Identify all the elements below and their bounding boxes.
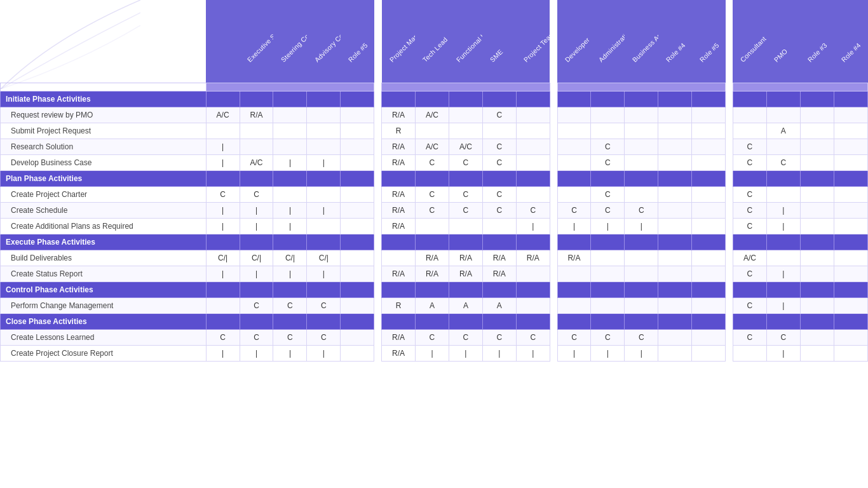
separator-cell bbox=[374, 139, 382, 154]
data-cell: | bbox=[591, 218, 625, 234]
data-cell bbox=[449, 123, 482, 139]
separator-cell bbox=[374, 186, 382, 202]
group-header-row bbox=[1, 83, 868, 91]
data-cell: R/A bbox=[449, 266, 482, 281]
data-cell bbox=[382, 250, 416, 266]
data-cell: | bbox=[307, 345, 341, 361]
table-row: Develop Business Case|A/C||R/ACCCCCC bbox=[1, 154, 868, 170]
data-cell bbox=[341, 297, 374, 313]
data-cell: | bbox=[449, 345, 482, 361]
data-cell: C bbox=[766, 329, 800, 345]
data-cell: A/C bbox=[415, 139, 449, 154]
data-cell bbox=[516, 139, 550, 154]
group-team2 bbox=[557, 83, 726, 91]
data-cell: | bbox=[307, 154, 341, 170]
data-cell bbox=[449, 107, 482, 123]
data-cell: C bbox=[733, 297, 766, 313]
phase-data-cell bbox=[834, 234, 867, 250]
phase-data-cell bbox=[382, 281, 416, 297]
data-cell bbox=[800, 266, 834, 281]
separator-cell bbox=[726, 107, 733, 123]
phase-data-cell bbox=[449, 91, 482, 107]
data-cell bbox=[800, 329, 834, 345]
data-cell: C bbox=[449, 329, 482, 345]
phase-data-cell bbox=[766, 91, 800, 107]
data-cell: R/A bbox=[382, 154, 416, 170]
data-cell: | bbox=[240, 266, 273, 281]
table-row: Create Status Report||||R/AR/AR/AR/AC| bbox=[1, 266, 868, 281]
table-row: Create Additional Plans as Required|||R/… bbox=[1, 218, 868, 234]
data-cell: C bbox=[733, 218, 766, 234]
col-executive-sponsor: Executive Sponsor bbox=[240, 0, 273, 83]
col-business-analyst: Business Analyst bbox=[625, 0, 658, 83]
data-cell: | bbox=[307, 266, 341, 281]
data-cell bbox=[834, 218, 867, 234]
data-cell: | bbox=[766, 218, 800, 234]
phase-label: Close Phase Activities bbox=[1, 313, 207, 329]
data-cell: | bbox=[273, 202, 307, 218]
separator-cell bbox=[726, 250, 733, 266]
data-cell: R/A bbox=[382, 345, 416, 361]
data-cell: C bbox=[516, 329, 550, 345]
data-cell bbox=[800, 186, 834, 202]
phase-data-cell bbox=[800, 234, 834, 250]
data-cell: | bbox=[557, 218, 591, 234]
data-cell bbox=[658, 123, 692, 139]
phase-data-cell bbox=[415, 313, 449, 329]
activity-cell: Create Additional Plans as Required bbox=[1, 218, 207, 234]
separator-cell bbox=[726, 186, 733, 202]
data-cell: C bbox=[240, 186, 273, 202]
data-cell bbox=[557, 107, 591, 123]
data-cell: A bbox=[449, 297, 482, 313]
data-cell bbox=[341, 123, 374, 139]
phase-data-cell bbox=[482, 234, 516, 250]
data-cell bbox=[591, 123, 625, 139]
data-cell: | bbox=[206, 345, 240, 361]
data-cell bbox=[692, 107, 726, 123]
phase-data-cell bbox=[726, 234, 733, 250]
phase-data-cell bbox=[516, 91, 550, 107]
data-cell bbox=[658, 218, 692, 234]
data-cell bbox=[658, 297, 692, 313]
phase-data-cell bbox=[273, 234, 307, 250]
sep3 bbox=[726, 0, 733, 83]
phase-data-cell bbox=[557, 234, 591, 250]
data-cell: C bbox=[591, 139, 625, 154]
data-cell bbox=[692, 266, 726, 281]
data-cell: R/A bbox=[482, 250, 516, 266]
col-pmo: PMO bbox=[766, 0, 800, 83]
data-cell bbox=[591, 107, 625, 123]
data-cell bbox=[733, 123, 766, 139]
data-cell bbox=[658, 139, 692, 154]
data-cell bbox=[415, 123, 449, 139]
data-cell: C bbox=[733, 329, 766, 345]
table-row: Submit Project RequestRA bbox=[1, 123, 868, 139]
data-cell: C bbox=[591, 186, 625, 202]
data-cell: C bbox=[240, 329, 273, 345]
data-cell: C bbox=[591, 329, 625, 345]
data-cell: | bbox=[766, 266, 800, 281]
phase-data-cell bbox=[800, 313, 834, 329]
data-cell: | bbox=[415, 345, 449, 361]
data-cell bbox=[625, 297, 658, 313]
phase-data-cell bbox=[834, 170, 867, 186]
phase-data-cell bbox=[307, 170, 341, 186]
phase-data-cell bbox=[800, 91, 834, 107]
data-cell: C/| bbox=[273, 250, 307, 266]
phase-data-cell bbox=[658, 234, 692, 250]
role-header bbox=[206, 0, 240, 83]
separator-cell bbox=[550, 107, 557, 123]
data-cell: | bbox=[557, 345, 591, 361]
separator-cell bbox=[550, 154, 557, 170]
data-cell bbox=[591, 266, 625, 281]
activity-cell: Build Deliverables bbox=[1, 250, 207, 266]
data-cell: R/A bbox=[449, 250, 482, 266]
data-cell: C/| bbox=[240, 250, 273, 266]
data-cell: | bbox=[625, 218, 658, 234]
data-cell: | bbox=[240, 202, 273, 218]
data-cell bbox=[692, 297, 726, 313]
separator-cell bbox=[550, 250, 557, 266]
table-row: Research Solution|R/AA/CA/CCCC bbox=[1, 139, 868, 154]
data-cell bbox=[658, 186, 692, 202]
data-cell bbox=[658, 345, 692, 361]
